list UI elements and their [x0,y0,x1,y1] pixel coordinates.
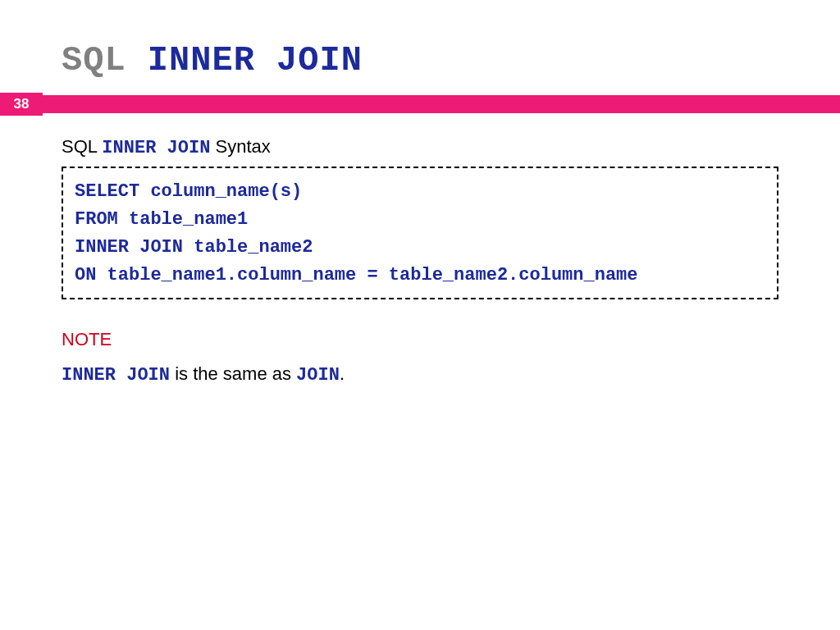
divider-bar: 38 [0,95,840,113]
slide-title-area: SQL INNER JOIN [0,0,840,95]
code-line-2: FROM table_name1 [75,206,765,234]
note-mid-text: is the same as [170,363,296,384]
code-box: SELECT column_name(s) FROM table_name1 I… [62,167,778,299]
title-prefix: SQL [62,41,126,80]
syntax-suffix: Syntax [216,136,271,157]
syntax-heading: SQL INNER JOIN Syntax [62,136,778,158]
code-line-3: INNER JOIN table_name2 [75,234,765,262]
code-line-1: SELECT column_name(s) [75,178,765,206]
slide-title: SQL INNER JOIN [62,41,840,80]
note-heading: NOTE [62,329,778,350]
note-body: INNER JOIN is the same as JOIN. [62,363,778,386]
code-line-4: ON table_name1.column_name = table_name2… [75,262,765,290]
syntax-prefix: SQL [62,136,97,157]
note-end: . [340,363,345,384]
title-main: INNER JOIN [148,41,363,80]
slide-content: SQL INNER JOIN Syntax SELECT column_name… [0,113,840,386]
page-number: 38 [0,93,43,116]
note-keyword-1: INNER JOIN [62,365,170,386]
syntax-keyword: INNER JOIN [102,138,210,158]
note-keyword-2: JOIN [296,365,340,386]
